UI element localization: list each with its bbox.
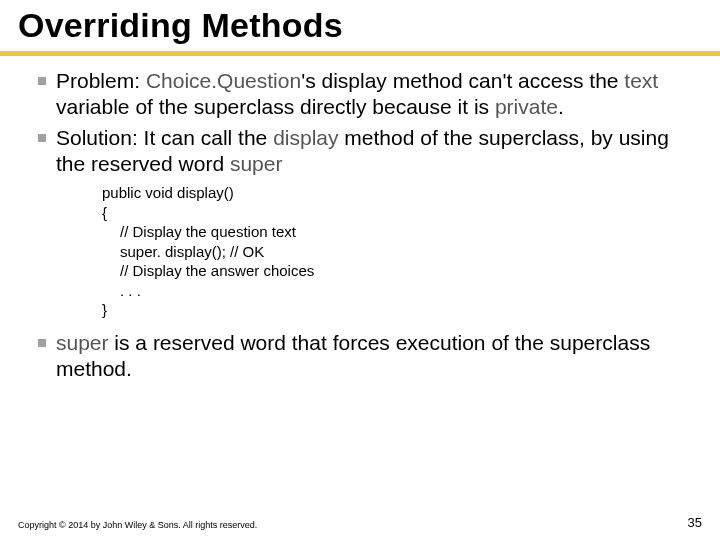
code-block: public void display() { // Display the q… — [56, 177, 702, 326]
problem-label: Problem: — [56, 69, 146, 92]
code-line-6: . . . — [102, 281, 702, 301]
copyright-text: Copyright © 2014 by John Wiley & Sons. A… — [18, 520, 257, 530]
slide-title: Overriding Methods — [0, 0, 720, 49]
code-private: private — [495, 95, 558, 118]
problem-text-1: 's display method can't access the — [301, 69, 624, 92]
bullet-solution: Solution: It can call the display method… — [38, 125, 702, 326]
code-line-4: super. display(); // OK — [102, 242, 702, 262]
code-display: display — [273, 126, 338, 149]
footer: Copyright © 2014 by John Wiley & Sons. A… — [18, 515, 702, 530]
code-line-5: // Display the answer choices — [102, 261, 702, 281]
code-line-3: // Display the question text — [102, 222, 702, 242]
code-super-1: super — [230, 152, 283, 175]
bullet-super: super is a reserved word that forces exe… — [38, 330, 702, 383]
super-text: is a reserved word that forces execution… — [56, 331, 650, 380]
title-underline — [0, 51, 720, 56]
bullet-problem: Problem: Choice.Question's display metho… — [38, 68, 702, 121]
page-number: 35 — [688, 515, 702, 530]
bullet-list: Problem: Choice.Question's display metho… — [18, 68, 702, 382]
slide-content: Problem: Choice.Question's display metho… — [0, 64, 720, 382]
slide: Overriding Methods Problem: Choice.Quest… — [0, 0, 720, 540]
problem-text-2: variable of the superclass directly beca… — [56, 95, 495, 118]
problem-end: . — [558, 95, 564, 118]
solution-label: Solution: It can call the — [56, 126, 273, 149]
code-line-7: } — [102, 300, 702, 320]
code-choicequestion: Choice.Question — [146, 69, 301, 92]
code-super-2: super — [56, 331, 109, 354]
code-text-var: text — [624, 69, 658, 92]
code-line-1: public void display() — [102, 183, 702, 203]
code-line-2: { — [102, 203, 702, 223]
